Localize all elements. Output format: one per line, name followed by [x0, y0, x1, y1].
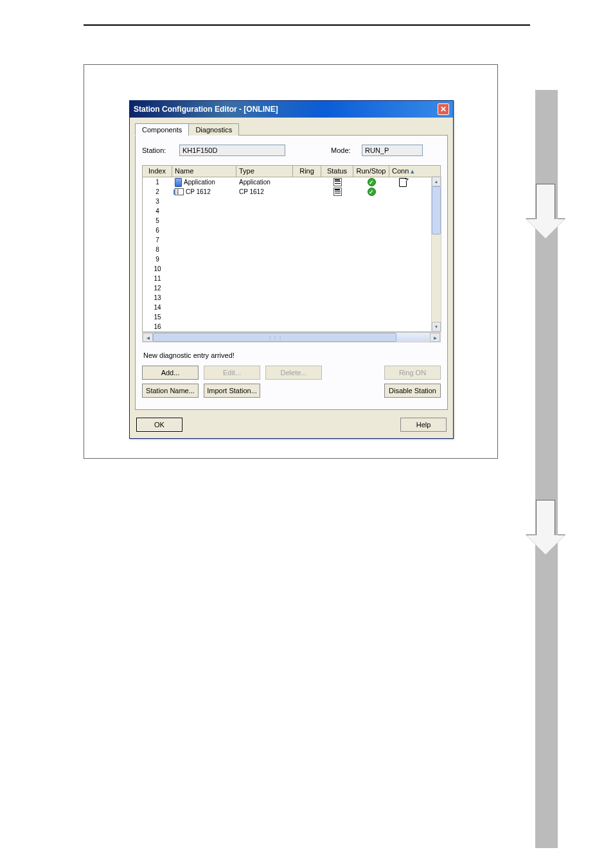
button-row-2: Station Name... Import Station... Disabl…: [142, 384, 441, 398]
tab-panel-components: Station: Mode: Index Name Type Ring: [135, 136, 448, 410]
scroll-right-icon[interactable]: ▸: [430, 333, 440, 342]
add-button[interactable]: Add...: [142, 366, 199, 380]
table-row[interactable]: 3: [143, 197, 440, 206]
button-row-1: Add... Edit... Delete... Ring ON: [142, 366, 441, 380]
horizontal-scrollbar[interactable]: ◂ ⋮⋮⋮ ▸: [142, 332, 441, 342]
table-row[interactable]: 16: [143, 322, 440, 332]
page-content: Station Configuration Editor - [ONLINE] …: [84, 24, 530, 459]
ok-button[interactable]: OK: [136, 418, 182, 432]
table-row[interactable]: 11: [143, 274, 440, 283]
table-row[interactable]: 10: [143, 264, 440, 274]
connection-icon: [399, 178, 407, 187]
tabs-area: Components Diagnostics Station: Mode:: [130, 118, 453, 412]
status-message: New diagnostic entry arrived!: [143, 351, 440, 359]
col-header-type[interactable]: Type: [236, 166, 293, 177]
help-button[interactable]: Help: [400, 418, 447, 432]
scroll-up-icon[interactable]: ▴: [432, 177, 441, 186]
col-header-status[interactable]: Status: [321, 166, 353, 177]
tab-diagnostics[interactable]: Diagnostics: [188, 123, 239, 136]
table-header-row: Index Name Type Ring Status Run/Stop Con…: [142, 165, 441, 177]
col-header-ring[interactable]: Ring: [293, 166, 321, 177]
table-row[interactable]: 7: [143, 235, 440, 245]
margin-arrow-upper: [526, 184, 565, 242]
scroll-down-icon[interactable]: ▾: [432, 322, 441, 332]
table-row[interactable]: 1ApplicationApplication✓: [143, 177, 440, 187]
margin-arrow-lower: [526, 500, 565, 558]
station-mode-row: Station: Mode:: [142, 145, 441, 156]
run-ok-icon: ✓: [368, 178, 376, 186]
components-table: Index Name Type Ring Status Run/Stop Con…: [142, 165, 441, 342]
close-icon[interactable]: ✕: [438, 103, 449, 115]
station-name-button[interactable]: Station Name...: [142, 384, 199, 398]
table-row[interactable]: 14: [143, 303, 440, 312]
station-label: Station:: [142, 146, 173, 154]
vertical-scrollbar[interactable]: ▴ ▾: [431, 176, 441, 332]
delete-button: Delete...: [265, 366, 322, 380]
table-row[interactable]: 12: [143, 283, 440, 293]
tab-strip: Components Diagnostics: [135, 123, 448, 136]
table-row[interactable]: 5: [143, 216, 440, 226]
run-ok-icon: ✓: [368, 188, 376, 196]
station-input[interactable]: [179, 145, 285, 156]
ring-on-button: Ring ON: [384, 366, 441, 380]
table-body[interactable]: 1ApplicationApplication✓2CP 1612CP 1612✓…: [142, 177, 441, 332]
figure-frame: Station Configuration Editor - [ONLINE] …: [84, 64, 498, 459]
import-station-button[interactable]: Import Station...: [204, 384, 260, 398]
col-header-name[interactable]: Name: [172, 166, 236, 177]
scroll-left-icon[interactable]: ◂: [143, 333, 153, 342]
dialog-title: Station Configuration Editor - [ONLINE]: [134, 105, 278, 114]
mode-input[interactable]: [362, 145, 423, 156]
cp-card-icon: [175, 188, 184, 195]
edit-button: Edit...: [204, 366, 260, 380]
table-row[interactable]: 15: [143, 312, 440, 322]
table-row[interactable]: 9: [143, 254, 440, 264]
table-row[interactable]: 13: [143, 293, 440, 303]
mode-label: Mode:: [331, 146, 355, 154]
dialog-titlebar[interactable]: Station Configuration Editor - [ONLINE] …: [130, 101, 453, 118]
dialog-bottom-buttons: OK Help: [130, 412, 453, 438]
disable-station-button[interactable]: Disable Station: [384, 384, 441, 398]
application-icon: [175, 178, 182, 187]
col-header-conn[interactable]: Conn ▴: [389, 166, 416, 177]
status-icon: [333, 178, 342, 186]
table-row[interactable]: 8: [143, 245, 440, 254]
col-header-runstop[interactable]: Run/Stop: [353, 166, 389, 177]
page-top-rule: [84, 24, 530, 26]
table-row[interactable]: 4: [143, 206, 440, 216]
table-row[interactable]: 6: [143, 226, 440, 235]
status-icon: [333, 188, 342, 196]
tab-components[interactable]: Components: [135, 123, 189, 136]
table-row[interactable]: 2CP 1612CP 1612✓: [143, 187, 440, 197]
station-config-dialog: Station Configuration Editor - [ONLINE] …: [129, 100, 454, 439]
col-header-index[interactable]: Index: [143, 166, 172, 177]
